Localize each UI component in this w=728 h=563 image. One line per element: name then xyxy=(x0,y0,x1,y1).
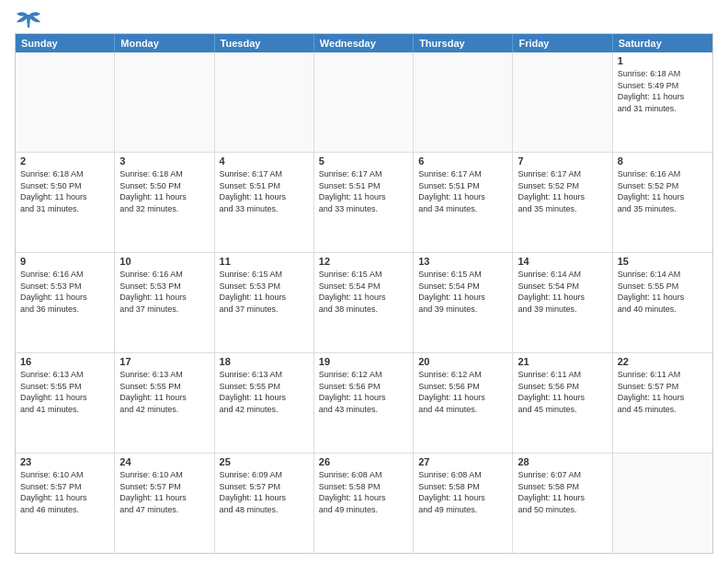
day-info: Sunrise: 6:15 AM Sunset: 5:53 PM Dayligh… xyxy=(220,269,309,315)
day-number: 8 xyxy=(618,155,708,167)
day-info: Sunrise: 6:12 AM Sunset: 5:56 PM Dayligh… xyxy=(319,369,408,415)
week-row-5: 23Sunrise: 6:10 AM Sunset: 5:57 PM Dayli… xyxy=(16,453,712,553)
day-cell xyxy=(414,52,513,152)
day-cell: 27Sunrise: 6:08 AM Sunset: 5:58 PM Dayli… xyxy=(414,454,513,553)
day-number: 3 xyxy=(119,155,209,167)
day-cell xyxy=(215,52,314,152)
day-cell: 1Sunrise: 6:18 AM Sunset: 5:49 PM Daylig… xyxy=(613,52,712,152)
day-info: Sunrise: 6:13 AM Sunset: 5:55 PM Dayligh… xyxy=(20,369,109,415)
day-info: Sunrise: 6:16 AM Sunset: 5:52 PM Dayligh… xyxy=(618,168,708,214)
day-header-sunday: Sunday xyxy=(16,34,115,52)
day-cell: 22Sunrise: 6:11 AM Sunset: 5:57 PM Dayli… xyxy=(613,353,712,453)
day-cell xyxy=(513,52,612,152)
day-number: 13 xyxy=(418,256,507,267)
weeks: 1Sunrise: 6:18 AM Sunset: 5:49 PM Daylig… xyxy=(16,52,712,553)
day-cell: 10Sunrise: 6:16 AM Sunset: 5:53 PM Dayli… xyxy=(115,253,214,352)
day-cell: 16Sunrise: 6:13 AM Sunset: 5:55 PM Dayli… xyxy=(16,353,115,453)
day-cell: 12Sunrise: 6:15 AM Sunset: 5:54 PM Dayli… xyxy=(314,253,414,352)
day-cell xyxy=(115,52,214,152)
page: SundayMondayTuesdayWednesdayThursdayFrid… xyxy=(0,0,728,563)
day-cell: 26Sunrise: 6:08 AM Sunset: 5:58 PM Dayli… xyxy=(314,454,414,553)
day-cell: 21Sunrise: 6:11 AM Sunset: 5:56 PM Dayli… xyxy=(513,353,612,453)
day-info: Sunrise: 6:17 AM Sunset: 5:52 PM Dayligh… xyxy=(518,168,607,214)
day-cell: 3Sunrise: 6:18 AM Sunset: 5:50 PM Daylig… xyxy=(115,153,214,252)
day-cell: 2Sunrise: 6:18 AM Sunset: 5:50 PM Daylig… xyxy=(16,153,115,252)
day-info: Sunrise: 6:18 AM Sunset: 5:50 PM Dayligh… xyxy=(119,168,209,214)
week-row-3: 9Sunrise: 6:16 AM Sunset: 5:53 PM Daylig… xyxy=(16,252,712,352)
day-info: Sunrise: 6:10 AM Sunset: 5:57 PM Dayligh… xyxy=(119,469,209,515)
day-info: Sunrise: 6:14 AM Sunset: 5:55 PM Dayligh… xyxy=(618,269,708,315)
day-cell: 24Sunrise: 6:10 AM Sunset: 5:57 PM Dayli… xyxy=(115,454,214,553)
day-cell: 4Sunrise: 6:17 AM Sunset: 5:51 PM Daylig… xyxy=(215,153,314,252)
day-cell: 7Sunrise: 6:17 AM Sunset: 5:52 PM Daylig… xyxy=(513,153,612,252)
day-cell: 25Sunrise: 6:09 AM Sunset: 5:57 PM Dayli… xyxy=(215,454,314,553)
day-info: Sunrise: 6:11 AM Sunset: 5:57 PM Dayligh… xyxy=(618,369,708,415)
day-cell xyxy=(613,454,712,553)
day-info: Sunrise: 6:13 AM Sunset: 5:55 PM Dayligh… xyxy=(119,369,209,415)
day-info: Sunrise: 6:08 AM Sunset: 5:58 PM Dayligh… xyxy=(418,469,507,515)
day-info: Sunrise: 6:18 AM Sunset: 5:49 PM Dayligh… xyxy=(618,68,708,114)
day-cell xyxy=(16,52,115,152)
day-cell: 15Sunrise: 6:14 AM Sunset: 5:55 PM Dayli… xyxy=(613,253,712,352)
day-cell: 28Sunrise: 6:07 AM Sunset: 5:58 PM Dayli… xyxy=(513,454,612,553)
day-number: 2 xyxy=(20,155,109,167)
day-number: 20 xyxy=(418,356,507,367)
day-number: 12 xyxy=(319,256,408,267)
day-info: Sunrise: 6:11 AM Sunset: 5:56 PM Dayligh… xyxy=(518,369,607,415)
day-info: Sunrise: 6:08 AM Sunset: 5:58 PM Dayligh… xyxy=(319,469,408,515)
day-header-friday: Friday xyxy=(513,34,612,52)
day-info: Sunrise: 6:10 AM Sunset: 5:57 PM Dayligh… xyxy=(20,469,109,515)
day-number: 25 xyxy=(220,456,309,467)
day-header-monday: Monday xyxy=(115,34,214,52)
day-number: 26 xyxy=(319,456,408,467)
day-number: 5 xyxy=(319,155,408,167)
day-header-thursday: Thursday xyxy=(414,34,513,52)
day-cell: 17Sunrise: 6:13 AM Sunset: 5:55 PM Dayli… xyxy=(115,353,214,453)
day-cell: 5Sunrise: 6:17 AM Sunset: 5:51 PM Daylig… xyxy=(314,153,414,252)
day-number: 16 xyxy=(20,356,109,367)
day-header-wednesday: Wednesday xyxy=(314,34,414,52)
day-cell: 19Sunrise: 6:12 AM Sunset: 5:56 PM Dayli… xyxy=(314,353,414,453)
day-cell: 14Sunrise: 6:14 AM Sunset: 5:54 PM Dayli… xyxy=(513,253,612,352)
day-info: Sunrise: 6:15 AM Sunset: 5:54 PM Dayligh… xyxy=(418,269,507,315)
day-number: 19 xyxy=(319,356,408,367)
calendar: SundayMondayTuesdayWednesdayThursdayFrid… xyxy=(15,33,713,554)
week-row-1: 1Sunrise: 6:18 AM Sunset: 5:49 PM Daylig… xyxy=(16,52,712,152)
day-cell: 20Sunrise: 6:12 AM Sunset: 5:56 PM Dayli… xyxy=(414,353,513,453)
day-cell: 6Sunrise: 6:17 AM Sunset: 5:51 PM Daylig… xyxy=(414,153,513,252)
header xyxy=(15,11,713,28)
day-number: 18 xyxy=(220,356,309,367)
day-cell: 23Sunrise: 6:10 AM Sunset: 5:57 PM Dayli… xyxy=(16,454,115,553)
day-info: Sunrise: 6:14 AM Sunset: 5:54 PM Dayligh… xyxy=(518,269,607,315)
day-number: 9 xyxy=(20,256,109,267)
day-headers: SundayMondayTuesdayWednesdayThursdayFrid… xyxy=(16,34,712,52)
day-number: 21 xyxy=(518,356,607,367)
day-number: 4 xyxy=(220,155,309,167)
day-number: 1 xyxy=(618,55,708,66)
day-cell: 18Sunrise: 6:13 AM Sunset: 5:55 PM Dayli… xyxy=(215,353,314,453)
day-info: Sunrise: 6:18 AM Sunset: 5:50 PM Dayligh… xyxy=(20,168,109,214)
day-cell: 8Sunrise: 6:16 AM Sunset: 5:52 PM Daylig… xyxy=(613,153,712,252)
day-info: Sunrise: 6:12 AM Sunset: 5:56 PM Dayligh… xyxy=(418,369,507,415)
day-number: 23 xyxy=(20,456,109,467)
day-info: Sunrise: 6:17 AM Sunset: 5:51 PM Dayligh… xyxy=(220,168,309,214)
day-number: 6 xyxy=(418,155,507,167)
day-number: 15 xyxy=(618,256,708,267)
day-info: Sunrise: 6:17 AM Sunset: 5:51 PM Dayligh… xyxy=(319,168,408,214)
day-header-saturday: Saturday xyxy=(613,34,712,52)
logo-bird-icon xyxy=(17,11,42,31)
day-number: 11 xyxy=(220,256,309,267)
day-info: Sunrise: 6:09 AM Sunset: 5:57 PM Dayligh… xyxy=(220,469,309,515)
day-number: 24 xyxy=(119,456,209,467)
day-number: 14 xyxy=(518,256,607,267)
day-cell: 11Sunrise: 6:15 AM Sunset: 5:53 PM Dayli… xyxy=(215,253,314,352)
day-number: 22 xyxy=(618,356,708,367)
logo xyxy=(15,11,42,28)
day-number: 17 xyxy=(119,356,209,367)
week-row-2: 2Sunrise: 6:18 AM Sunset: 5:50 PM Daylig… xyxy=(16,152,712,252)
day-info: Sunrise: 6:16 AM Sunset: 5:53 PM Dayligh… xyxy=(20,269,109,315)
day-info: Sunrise: 6:13 AM Sunset: 5:55 PM Dayligh… xyxy=(220,369,309,415)
day-cell: 13Sunrise: 6:15 AM Sunset: 5:54 PM Dayli… xyxy=(414,253,513,352)
day-cell: 9Sunrise: 6:16 AM Sunset: 5:53 PM Daylig… xyxy=(16,253,115,352)
day-number: 7 xyxy=(518,155,607,167)
